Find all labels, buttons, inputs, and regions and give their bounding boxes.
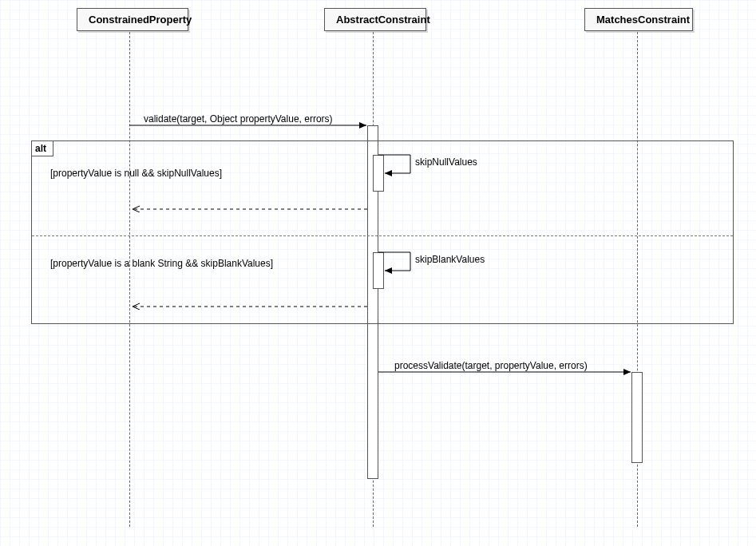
lifeline-label: ConstrainedProperty <box>89 14 192 26</box>
lifeline-box-constrainedproperty: ConstrainedProperty <box>77 8 188 31</box>
msg-text: skipNullValues <box>415 156 477 168</box>
msg-processvalidate: processValidate(target, propertyValue, e… <box>394 360 588 371</box>
guard-null: [propertyValue is null && skipNullValues… <box>50 168 222 179</box>
guard-text: [propertyValue is null && skipNullValues… <box>50 168 222 179</box>
lifeline-label: AbstractConstraint <box>336 14 430 26</box>
msg-validate: validate(target, Object propertyValue, e… <box>144 113 333 125</box>
alt-separator <box>32 235 733 236</box>
guard-text: [propertyValue is a blank String && skip… <box>50 258 273 269</box>
msg-text: validate(target, Object propertyValue, e… <box>144 113 333 125</box>
msg-text: skipBlankValues <box>415 254 485 265</box>
lifeline-label: MatchesConstraint <box>596 14 690 26</box>
frame-label-text: alt <box>35 143 46 154</box>
activation-matchesconstraint <box>631 372 643 463</box>
lifeline-box-matchesconstraint: MatchesConstraint <box>584 8 693 31</box>
msg-text: processValidate(target, propertyValue, e… <box>394 360 588 371</box>
msg-skipnullvalues: skipNullValues <box>415 156 477 168</box>
lifeline-box-abstractconstraint: AbstractConstraint <box>324 8 426 31</box>
alt-frame-label: alt <box>32 141 53 156</box>
msg-skipblankvalues: skipBlankValues <box>415 254 485 265</box>
guard-blank: [propertyValue is a blank String && skip… <box>50 258 273 269</box>
